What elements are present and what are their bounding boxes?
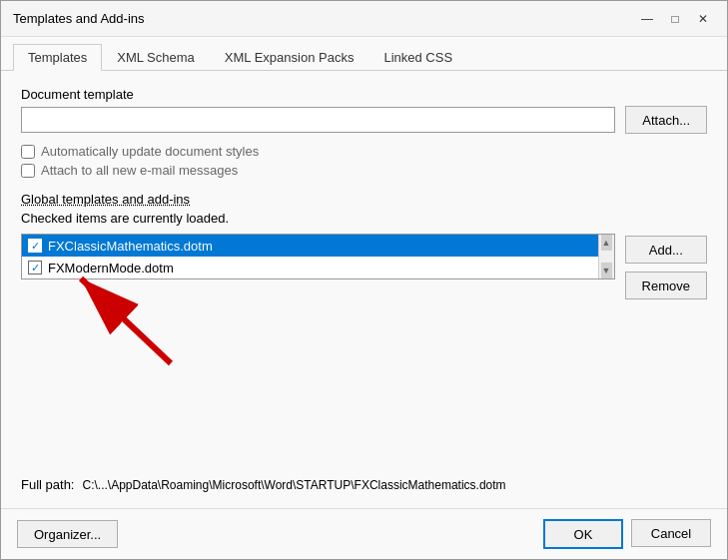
auto-update-label: Automatically update document styles <box>41 144 259 159</box>
tab-xml-schema[interactable]: XML Schema <box>102 44 210 71</box>
item-checkbox <box>28 239 42 253</box>
title-bar: Templates and Add-ins — □ ✕ <box>1 1 727 37</box>
checkboxes-section: Automatically update document styles Att… <box>21 144 707 178</box>
list-scroll-area[interactable]: FXClassicMathematics.dotm FXModernMode.d… <box>22 235 614 279</box>
global-templates-list: FXClassicMathematics.dotm FXModernMode.d… <box>21 234 615 280</box>
ok-button[interactable]: OK <box>543 519 623 549</box>
organizer-button[interactable]: Organizer... <box>17 520 118 548</box>
dialog: Templates and Add-ins — □ ✕ Templates XM… <box>0 0 728 560</box>
add-button[interactable]: Add... <box>625 236 707 264</box>
content-area: Document template Attach... Automaticall… <box>1 71 727 508</box>
document-template-input[interactable] <box>21 107 615 133</box>
full-path-value: C:\...\AppData\Roaming\Microsoft\Word\ST… <box>82 478 505 492</box>
tab-bar: Templates XML Schema XML Expansion Packs… <box>1 37 727 71</box>
global-section-label: Global templates and add-ins <box>21 192 707 207</box>
checkbox-email-row: Attach to all new e-mail messages <box>21 163 707 178</box>
title-bar-controls: — □ ✕ <box>635 9 715 29</box>
document-template-label: Document template <box>21 87 707 102</box>
attach-email-label: Attach to all new e-mail messages <box>41 163 238 178</box>
scrollbar[interactable]: ▲ ▼ <box>598 235 614 279</box>
global-section: Global templates and add-ins Checked ite… <box>21 188 707 492</box>
tab-templates[interactable]: Templates <box>13 44 102 71</box>
list-item[interactable]: FXClassicMathematics.dotm <box>22 235 614 257</box>
tab-xml-expansion-packs[interactable]: XML Expansion Packs <box>210 44 369 71</box>
attach-button[interactable]: Attach... <box>625 106 707 134</box>
dialog-title: Templates and Add-ins <box>13 11 145 26</box>
footer-right-buttons: OK Cancel <box>543 519 711 549</box>
checked-items-note: Checked items are currently loaded. <box>21 211 707 226</box>
attach-email-checkbox[interactable] <box>21 164 35 178</box>
footer: Organizer... OK Cancel <box>1 508 727 559</box>
close-button[interactable]: ✕ <box>691 9 715 29</box>
svg-line-1 <box>81 279 171 363</box>
item-checkbox <box>28 261 42 275</box>
auto-update-checkbox[interactable] <box>21 145 35 159</box>
checkbox-auto-update-row: Automatically update document styles <box>21 144 707 159</box>
list-item[interactable]: FXModernMode.dotm <box>22 257 614 279</box>
remove-button[interactable]: Remove <box>625 272 707 299</box>
right-buttons: Add... Remove <box>625 234 707 469</box>
document-template-row: Attach... <box>21 106 707 134</box>
full-path-row: Full path: C:\...\AppData\Roaming\Micros… <box>21 473 707 492</box>
item-label: FXModernMode.dotm <box>48 261 174 276</box>
full-path-label: Full path: <box>21 477 74 492</box>
document-template-section: Document template Attach... <box>21 87 707 134</box>
maximize-button[interactable]: □ <box>663 9 687 29</box>
cancel-button[interactable]: Cancel <box>631 519 711 547</box>
tab-linked-css[interactable]: Linked CSS <box>368 44 467 71</box>
item-label: FXClassicMathematics.dotm <box>48 239 213 254</box>
list-and-buttons: FXClassicMathematics.dotm FXModernMode.d… <box>21 234 707 469</box>
minimize-button[interactable]: — <box>635 9 659 29</box>
